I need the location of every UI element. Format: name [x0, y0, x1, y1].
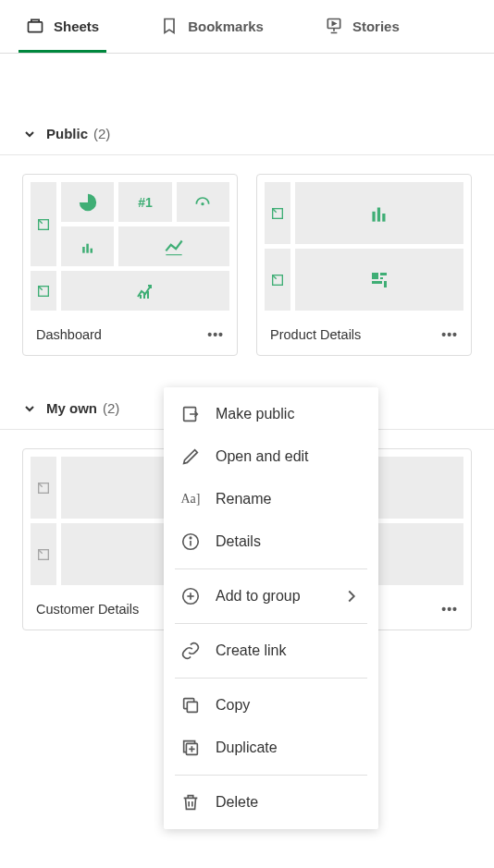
card-dashboard[interactable]: #1 Dashboard •••	[22, 174, 238, 356]
svg-rect-5	[82, 247, 85, 253]
menu-copy[interactable]: Copy	[164, 684, 378, 727]
chevron-down-icon	[22, 401, 37, 416]
svg-rect-11	[147, 291, 149, 299]
svg-rect-6	[86, 243, 89, 252]
svg-rect-19	[380, 277, 383, 279]
tab-stories-label: Stories	[352, 18, 400, 34]
menu-details[interactable]: Details	[164, 520, 378, 563]
svg-rect-10	[143, 293, 145, 299]
link-icon	[180, 641, 201, 661]
tab-bookmarks[interactable]: Bookmarks	[153, 0, 271, 53]
menu-add-group[interactable]: Add to group	[164, 575, 378, 617]
menu-divider	[175, 775, 367, 776]
menu-divider	[175, 623, 367, 624]
section-public-count: (2)	[93, 126, 110, 141]
bookmark-icon	[160, 17, 179, 35]
menu-make-public[interactable]: Make public	[164, 393, 378, 435]
export-icon	[180, 404, 201, 424]
menu-divider	[175, 678, 367, 679]
chevron-right-icon	[341, 586, 362, 606]
card-product-details-more[interactable]: •••	[441, 327, 458, 342]
svg-rect-0	[29, 22, 43, 32]
card-product-details-title: Product Details	[270, 327, 361, 342]
context-menu: Make public Open and edit Aa] Rename Det…	[164, 387, 378, 829]
sheets-icon	[26, 17, 44, 35]
tabs-bar: Sheets Bookmarks Stories	[0, 0, 494, 54]
stories-icon	[325, 17, 343, 35]
card-dashboard-thumb: #1	[23, 175, 237, 318]
card-partial-more[interactable]: •••	[441, 602, 458, 617]
svg-point-4	[202, 202, 204, 205]
card-dashboard-title: Dashboard	[36, 327, 102, 342]
tab-sheets-label: Sheets	[54, 18, 99, 34]
menu-delete[interactable]: Delete	[164, 781, 378, 824]
card-product-details-thumb	[257, 175, 471, 318]
info-icon	[180, 532, 201, 552]
copy-icon	[180, 695, 201, 715]
svg-rect-20	[372, 281, 382, 284]
card-product-details[interactable]: Product Details •••	[256, 174, 472, 356]
svg-rect-18	[380, 273, 387, 275]
svg-point-36	[190, 537, 191, 538]
divider	[0, 154, 494, 155]
chevron-down-icon	[22, 127, 37, 141]
rename-icon: Aa]	[180, 489, 201, 509]
svg-rect-9	[140, 295, 142, 299]
section-public-label: Public	[46, 126, 88, 141]
tab-bookmarks-label: Bookmarks	[188, 18, 264, 34]
svg-rect-14	[377, 207, 380, 221]
pencil-icon	[180, 446, 201, 467]
svg-rect-40	[187, 702, 197, 712]
section-header-public[interactable]: Public (2)	[22, 100, 472, 154]
svg-rect-17	[372, 273, 378, 279]
tab-stories[interactable]: Stories	[317, 0, 407, 53]
trash-icon	[180, 792, 201, 813]
section-myown-label: My own	[46, 400, 97, 416]
svg-rect-21	[384, 281, 387, 287]
svg-rect-7	[90, 248, 93, 252]
section-myown-count: (2)	[103, 400, 119, 416]
menu-divider	[175, 568, 367, 569]
menu-create-link[interactable]: Create link	[164, 630, 378, 672]
duplicate-icon	[180, 738, 201, 758]
menu-open-edit[interactable]: Open and edit	[164, 435, 378, 478]
svg-rect-15	[382, 214, 385, 222]
svg-rect-13	[372, 211, 375, 221]
card-customer-details-title: Customer Details	[36, 602, 139, 617]
plus-circle-icon	[180, 586, 201, 606]
tab-sheets[interactable]: Sheets	[19, 0, 106, 53]
menu-duplicate[interactable]: Duplicate	[164, 727, 378, 769]
public-cards: #1 Dashboard •••	[22, 174, 472, 356]
menu-rename[interactable]: Aa] Rename	[164, 478, 378, 520]
card-dashboard-more[interactable]: •••	[207, 327, 224, 342]
